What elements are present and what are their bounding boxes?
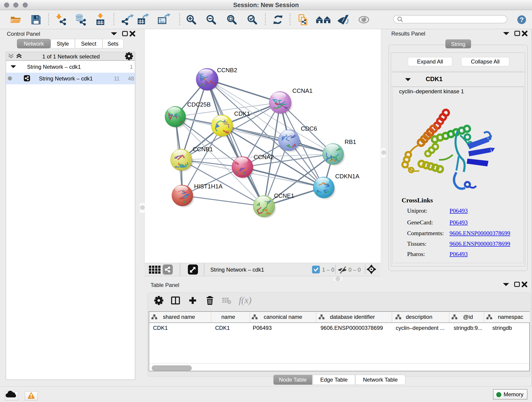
svg-text:CCNE1: CCNE1 xyxy=(274,192,294,199)
svg-text:CDC6: CDC6 xyxy=(301,125,317,132)
svg-text:CCNB1: CCNB1 xyxy=(193,146,213,153)
svg-text:?: ? xyxy=(520,16,524,23)
svg-text:CDC25B: CDC25B xyxy=(187,101,211,108)
svg-text:f(x): f(x) xyxy=(239,295,252,305)
svg-text:CCNA2: CCNA2 xyxy=(254,153,274,160)
svg-text:HIST1H1A: HIST1H1A xyxy=(194,183,223,190)
svg-text:CCNB2: CCNB2 xyxy=(217,67,237,74)
svg-text:CDKN1A: CDKN1A xyxy=(335,173,360,180)
svg-text:RB1: RB1 xyxy=(345,138,356,145)
svg-text:CDK1: CDK1 xyxy=(234,110,250,117)
svg-text:CCNA1: CCNA1 xyxy=(292,87,312,94)
